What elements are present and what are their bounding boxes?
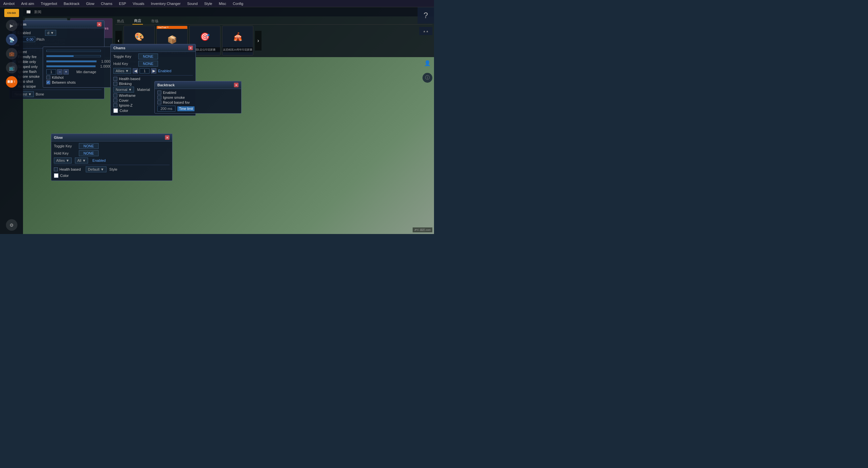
killshot-label: Killshot xyxy=(52,75,63,79)
menu-triggerbot[interactable]: Triggerbot xyxy=(39,1,59,6)
game-background: CS:GO ▶ 📡 💼 📺 最新！ ⚙ 📰 新闻 🎨 今日，我们在游戏中上架了作… xyxy=(0,7,434,234)
backtrack-panel: Backtrack ✕ Enabled Ignore smoke Recoil … xyxy=(154,81,242,113)
backtrack-recoil-checkbox[interactable] xyxy=(157,100,161,104)
store-item-img-4: 🎪 xyxy=(222,26,253,47)
chams-normal-label: Normal xyxy=(116,88,127,92)
menu-config[interactable]: Config xyxy=(231,1,245,6)
max-shot-track[interactable] xyxy=(46,65,96,67)
menu-backtrack[interactable]: Backtrack xyxy=(62,1,81,6)
chams-ignore-z-checkbox[interactable] xyxy=(113,103,117,107)
backtrack-enabled-checkbox[interactable] xyxy=(157,91,161,95)
mode-dropdown[interactable]: d ▼ xyxy=(45,30,56,36)
glow-style-dropdown[interactable]: Default ▼ xyxy=(86,166,106,172)
sidebar-play-icon[interactable]: ▶ xyxy=(6,20,18,31)
glow-toggle-key-btn[interactable]: NONE xyxy=(79,143,99,149)
chams-blinking-checkbox[interactable] xyxy=(113,82,117,86)
chams-next-btn[interactable]: ▶ xyxy=(151,68,156,73)
glow-hold-key-btn[interactable]: NONE xyxy=(79,150,99,156)
backtrack-smoke-checkbox[interactable] xyxy=(157,96,161,99)
sidebar-settings-icon[interactable]: ⚙ xyxy=(6,219,18,231)
chams-title: Chams xyxy=(113,46,125,50)
backtrack-time-limit-badge: Time limit xyxy=(178,106,194,111)
sidebar-wifi-icon[interactable]: 📡 xyxy=(6,34,18,45)
chams-health-based-checkbox[interactable] xyxy=(113,77,117,81)
chams-header[interactable]: Chams ✕ xyxy=(111,44,195,52)
mode-value: d xyxy=(47,31,49,35)
glow-toggle-key-row: Toggle Key NONE xyxy=(54,143,169,149)
max-aim-track[interactable] xyxy=(46,60,97,62)
chams-normal-dropdown[interactable]: Normal ▼ xyxy=(113,87,134,93)
glow-all-label: All xyxy=(77,159,81,163)
glow-all-arrow-icon: ▼ xyxy=(82,159,86,163)
killshot-checkbox[interactable] xyxy=(46,75,50,79)
between-shots-checkbox[interactable] xyxy=(46,80,50,85)
chams-divider-1 xyxy=(113,75,193,75)
sidebar-new-badge[interactable]: 最新！ xyxy=(6,76,18,88)
menu-sound[interactable]: Sound xyxy=(186,1,199,6)
menu-visuals[interactable]: Visuals xyxy=(131,1,146,6)
chams-toggle-key-btn[interactable]: NONE xyxy=(138,54,158,59)
max-shot-fill xyxy=(46,66,95,67)
chams-cover-checkbox[interactable] xyxy=(113,98,117,102)
chams-close[interactable]: ✕ xyxy=(188,45,193,50)
sidebar-tv-icon[interactable]: 📺 xyxy=(6,62,18,73)
fov-slider-track[interactable] xyxy=(46,50,101,52)
chams-allies-arrow-icon: ▼ xyxy=(125,69,129,73)
menu-misc[interactable]: Misc xyxy=(217,1,228,6)
bone-label: Bone xyxy=(35,92,62,96)
menu-inventory-changer[interactable]: Inventory Changer xyxy=(150,1,182,6)
glow-close[interactable]: ✕ xyxy=(165,135,169,140)
backtrack-close[interactable]: ✕ xyxy=(234,83,239,87)
chams-color-swatch[interactable] xyxy=(113,108,118,113)
menu-glow[interactable]: Glow xyxy=(85,1,96,6)
sidebar-briefcase-icon[interactable]: 💼 xyxy=(6,48,18,59)
chams-ignore-z-label: Ignore-Z xyxy=(119,103,133,107)
anti-aim-close[interactable]: ✕ xyxy=(97,22,101,27)
store-item-4[interactable]: 🎪 反恐精英20周年印花胶囊 xyxy=(222,26,253,56)
chams-wireframe-checkbox[interactable] xyxy=(113,94,117,98)
backtrack-header[interactable]: Backtrack ✕ xyxy=(155,81,241,89)
csgo-logo[interactable]: CS:GO xyxy=(4,9,19,17)
min-damage-minus[interactable]: − xyxy=(57,69,62,74)
tab-market[interactable]: 市场 xyxy=(150,18,160,24)
pitch-label: Pitch xyxy=(36,37,63,41)
menu-anti-aim[interactable]: Anti aim xyxy=(20,1,35,6)
tab-hot[interactable]: 热点 xyxy=(115,18,126,24)
smooth-slider-track[interactable] xyxy=(46,55,101,57)
menu-style[interactable]: Style xyxy=(203,1,214,6)
chams-wireframe-label: Wireframe xyxy=(119,94,136,98)
glow-header[interactable]: Glow ✕ xyxy=(51,134,172,141)
min-damage-plus[interactable]: + xyxy=(63,69,69,74)
glow-default-label: Default xyxy=(88,167,99,171)
backtrack-title: Backtrack xyxy=(157,83,175,87)
help-button[interactable]: ? xyxy=(417,7,434,24)
backtrack-time-input[interactable]: 200 ms xyxy=(157,106,176,111)
glow-hold-key-row: Hold Key NONE xyxy=(54,150,169,156)
anti-aim-header[interactable]: Anti aim ✕ xyxy=(9,21,104,28)
chams-player-num: 1 xyxy=(140,68,150,73)
next-btn[interactable]: › xyxy=(255,31,261,51)
news-label: 新闻 xyxy=(34,9,41,14)
menu-esp[interactable]: ESP xyxy=(118,1,127,6)
info-icon[interactable]: ⓘ xyxy=(423,73,432,83)
glow-allies-dropdown[interactable]: Allies ▼ xyxy=(54,158,72,163)
glow-hold-key-label: Hold Key xyxy=(54,151,77,155)
glow-health-based-row: Health based Default ▼ Style xyxy=(54,166,169,172)
menu-aimbot[interactable]: Aimbot xyxy=(2,1,16,6)
mode-arrow-icon: ▼ xyxy=(50,31,54,35)
glow-title: Glow xyxy=(54,136,63,139)
menu-chams[interactable]: Chams xyxy=(99,1,114,6)
tab-store[interactable]: 商店 xyxy=(132,18,143,25)
glow-player-row: Allies ▼ All ▼ Enabled xyxy=(54,158,169,163)
glow-color-swatch[interactable] xyxy=(54,173,59,178)
glow-health-based-checkbox[interactable] xyxy=(54,167,58,171)
person-icon: 👤 xyxy=(423,58,432,68)
chams-allies-dropdown[interactable]: Allies ▼ xyxy=(113,68,131,74)
chams-health-based-row: Health based xyxy=(113,77,193,81)
chams-hold-key-btn[interactable]: NONE xyxy=(138,61,158,67)
glow-all-dropdown[interactable]: All ▼ xyxy=(75,158,88,163)
chams-prev-btn[interactable]: ◀ xyxy=(133,68,138,73)
csgo-top-bar: 📰 新闻 xyxy=(23,7,434,16)
glow-color-row: Color xyxy=(54,173,169,178)
chams-color-label: Color xyxy=(120,109,128,112)
